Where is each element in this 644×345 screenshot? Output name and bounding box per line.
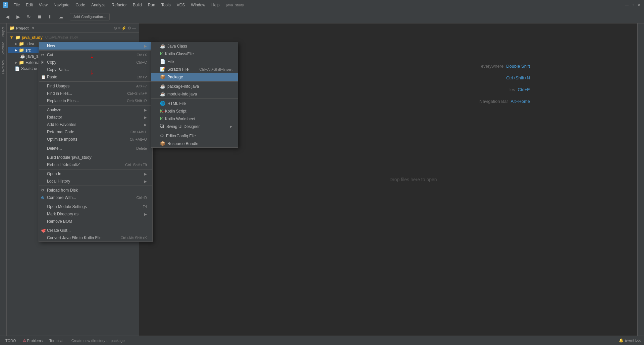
ctx-build-module[interactable]: Build Module 'java_study' [39,154,152,161]
ctx-refactor[interactable]: Refactor ▶ [39,114,152,121]
ctx-mark-dir[interactable]: Mark Directory as ▶ [39,210,152,218]
toolbar-back[interactable]: ◀ [3,12,12,21]
ctx-sep-3 [39,105,152,106]
ctx-local-history[interactable]: Local History ▶ [39,178,152,185]
toolbar-cloud[interactable]: ☁ [56,12,66,21]
ctx-copy[interactable]: ⎘ Copy Ctrl+C [39,59,152,66]
ctx-remove-bom[interactable]: Remove BOM [39,218,152,225]
sub-module-info[interactable]: ☕ module-info.java [151,90,238,98]
hide-icon[interactable]: — [132,26,136,30]
menu-file[interactable]: File [11,1,22,9]
settings-icon[interactable]: ⚙ [127,26,131,30]
ctx-add-favorites[interactable]: Add to Favorites ▶ [39,121,152,128]
menu-edit[interactable]: Edit [23,1,36,9]
sub-sep-3 [151,131,238,131]
ctx-sep-8 [39,202,152,202]
editor-hints: everywhere Double Shift Ctrl+Shift+N les… [479,64,530,111]
collapse-icon[interactable]: ≡ [118,26,120,30]
submenu-new: ☕ Java Class K Kotlin Class/File 📄 File … [151,42,238,148]
add-configuration-button[interactable]: Add Configuration... [70,13,110,20]
package-icon: 📦 [160,74,165,79]
ctx-reload[interactable]: ↻ Reload from Disk [39,187,152,194]
tab-problems[interactable]: ⚠ Problems [20,336,45,345]
ctx-analyze[interactable]: Analyze ▶ [39,106,152,114]
menu-window[interactable]: Window [188,1,208,9]
tree-root[interactable]: ▼ 📁 java_study C:\Java\学\java_study [8,34,138,41]
window-title: java_study [226,3,244,7]
sub-sep-1 [151,81,238,82]
toolbar-pause[interactable]: ⏸ [46,12,55,21]
menu-tools[interactable]: Tools [159,1,173,9]
drop-text: Drop files here to open [389,177,437,182]
ctx-copy-path[interactable]: Copy Path... [39,66,152,73]
menu-navigate[interactable]: Navigate [51,1,72,9]
sub-swing-ui[interactable]: 🖼 Swing UI Designer ▶ [151,123,238,130]
ctx-reformat[interactable]: Reformat Code Ctrl+Alt+L [39,128,152,136]
editorconfig-icon: ⚙ [160,133,164,138]
ctx-cut[interactable]: ✂ Cut Ctrl+X [39,51,152,59]
menu-run[interactable]: Run [145,1,158,9]
ctx-open-module[interactable]: Open Module Settings F4 [39,203,152,210]
toolbar-stop[interactable]: ⏹ [35,12,44,21]
menu-build[interactable]: Build [130,1,145,9]
app-icon: J [3,2,8,8]
kotlin-script-icon: K [160,109,163,114]
ctx-sep-7 [39,186,152,186]
tab-terminal[interactable]: Terminal [47,336,66,345]
project-panel-title: Project [16,26,29,30]
menu-help[interactable]: Help [209,1,222,9]
ctx-optimize-imports[interactable]: Optimize Imports Ctrl+Alt+O [39,136,152,143]
ctx-new[interactable]: New ▶ [39,42,152,50]
title-bar: J File Edit View Navigate Code Analyze R… [0,0,644,10]
sidebar-project-label[interactable]: Project [1,25,6,39]
sub-html-file[interactable]: 🌐 HTML File [151,99,238,107]
ctx-compare[interactable]: ⊕ Compare With... Ctrl+D [39,194,152,201]
menu-analyze[interactable]: Analyze [89,1,108,9]
ctx-sep-5 [39,153,152,153]
compare-icon: ⊕ [41,195,44,200]
sub-kotlin-script[interactable]: K Kotlin Script [151,107,238,115]
scratch-icon: 📝 [160,67,165,72]
sidebar-favorites-label[interactable]: Favorites [1,58,6,76]
filter-icon[interactable]: ⚡ [121,26,126,30]
ctx-replace-files[interactable]: Replace in Files... Ctrl+Shift+R [39,97,152,105]
ctx-create-gist[interactable]: 🐙 Create Gist... [39,227,152,234]
menu-refactor[interactable]: Refactor [109,1,129,9]
ctx-sep-6 [39,169,152,169]
sub-kotlin-worksheet[interactable]: K Kotlin Worksheet [151,115,238,123]
sub-java-class[interactable]: ☕ Java Class [151,42,238,50]
ctx-open-in[interactable]: Open In ▶ [39,170,152,178]
sub-package-info[interactable]: ☕ package-info.java [151,82,238,90]
ctx-paste[interactable]: 📋 Paste Ctrl+V [39,73,152,81]
sub-editorconfig[interactable]: ⚙ EditorConfig File [151,132,238,140]
html-icon: 🌐 [160,101,165,106]
menu-vcs[interactable]: VCS [174,1,188,9]
ctx-rebuild[interactable]: Rebuild '<default>' Ctrl+Shift+F9 [39,161,152,168]
swing-icon: 🖼 [160,124,164,129]
ctx-delete[interactable]: Delete... Delete [39,145,152,152]
ctx-find-usages[interactable]: Find Usages Alt+F7 [39,82,152,90]
module-info-icon: ☕ [160,91,165,96]
maximize-button[interactable]: □ [631,3,635,7]
menu-code[interactable]: Code [73,1,88,9]
kotlin-icon: K [160,51,163,56]
event-log[interactable]: 🔔 Event Log [619,338,641,343]
menu-view[interactable]: View [36,1,50,9]
sub-resource-bundle[interactable]: 📦 Resource Bundle [151,140,238,147]
toolbar-refresh[interactable]: ↻ [24,12,34,21]
sub-kotlin-class[interactable]: K Kotlin Class/File [151,50,238,58]
sub-package[interactable]: 📦 Package [151,73,238,81]
ctx-find-files[interactable]: Find in Files... Ctrl+Shift+F [39,90,152,97]
tab-todo[interactable]: TODO [3,336,19,345]
copy-icon: ⎘ [41,60,43,65]
sidebar-structure-label[interactable]: Structure [1,40,6,58]
sync-icon[interactable]: ⊙ [114,26,117,30]
toolbar-run[interactable]: ▶ [13,12,23,21]
sub-sep-2 [151,98,238,99]
close-button[interactable]: ✕ [637,3,641,7]
sub-scratch-file[interactable]: 📝 Scratch File Ctrl+Alt+Shift+Insert [151,65,238,73]
minimize-button[interactable]: — [625,3,629,7]
ctx-convert-kotlin[interactable]: Convert Java File to Kotlin File Ctrl+Al… [39,234,152,242]
ctx-sep-9 [39,226,152,226]
sub-file[interactable]: 📄 File [151,58,238,65]
